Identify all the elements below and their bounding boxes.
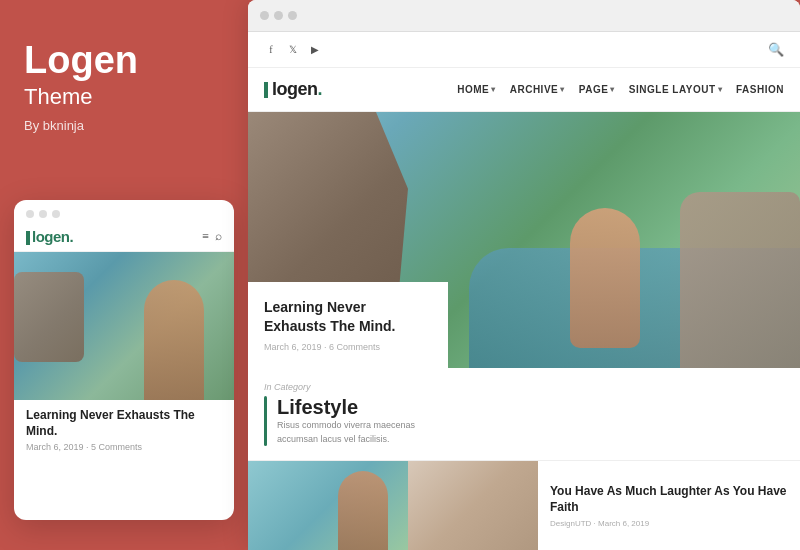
nav-single-layout[interactable]: SINGLE LAYOUT▾ [629,84,722,95]
brand-subtitle: Theme [24,84,92,110]
mobile-mockup: logen. ≡ ⌕ Learning Never Exhausts The M… [14,200,234,520]
brand-title: Logen [24,40,138,82]
mobile-header: logen. ≡ ⌕ [14,224,234,252]
site-logo-text: logen. [272,79,322,100]
browser-chrome [248,0,800,32]
browser-dots [260,11,297,20]
mobile-logo-text: logen. [32,228,73,245]
nav-archive[interactable]: ARCHIVE▾ [510,84,565,95]
nav-home[interactable]: HOME▾ [457,84,496,95]
mobile-dots [14,200,234,224]
hero-person [570,208,640,348]
mobile-post-meta: March 6, 2019 · 5 Comments [26,442,222,452]
mobile-dot-2 [39,210,47,218]
mobile-menu-icon[interactable]: ≡ [202,229,209,244]
mobile-dot-3 [52,210,60,218]
brand-byline: By bkninja [24,118,84,133]
category-bar [264,396,267,446]
site-nav: HOME▾ ARCHIVE▾ PAGE▾ SINGLE LAYOUT▾ FASH… [457,84,784,95]
mobile-logo: logen. [26,228,73,245]
category-name-text: Lifestyle Risus commodo viverra maecenas… [277,396,457,446]
youtube-icon[interactable]: ▶ [308,43,322,57]
browser-dot-3 [288,11,297,20]
in-category-label: In Category [264,382,457,392]
mobile-post-title: Learning Never Exhausts The Mind. [26,408,222,439]
nav-page[interactable]: PAGE▾ [579,84,615,95]
mobile-post-content: Learning Never Exhausts The Mind. March … [14,400,234,458]
hero-rock-right [680,192,800,368]
thumb-middle [408,461,538,550]
left-panel: Logen Theme By bkninja logen. ≡ ⌕ Learni… [0,0,248,550]
right-article: You Have As Much Laughter As You Have Fa… [538,461,800,550]
nav-archive-arrow: ▾ [560,85,565,94]
browser-dot-2 [274,11,283,20]
browser-topnav: f 𝕏 ▶ 🔍 [248,32,800,68]
browser-dot-1 [260,11,269,20]
mobile-logo-bar [26,231,30,245]
hero-post-title[interactable]: Learning Never Exhausts The Mind. [264,298,432,336]
bottom-row: You Have As Much Laughter As You Have Fa… [248,460,800,550]
mobile-hero-image [14,252,234,400]
content-area: In Category Lifestyle Risus commodo vive… [248,368,800,460]
nav-home-arrow: ▾ [491,85,496,94]
hero-area: Learning Never Exhausts The Mind. March … [248,112,800,368]
search-icon[interactable]: 🔍 [768,42,784,58]
category-divider: Lifestyle Risus commodo viverra maecenas… [264,396,457,446]
facebook-icon[interactable]: f [264,43,278,57]
thumb-left [248,461,408,550]
category-desc: Risus commodo viverra maecenas accumsan … [277,419,457,446]
mobile-person [144,280,204,400]
category-name[interactable]: Lifestyle [277,396,457,419]
site-logo-bar [264,82,268,98]
mobile-rock [14,272,84,362]
nav-single-arrow: ▾ [718,85,723,94]
mobile-nav-icons: ≡ ⌕ [202,229,222,244]
nav-page-arrow: ▾ [610,85,615,94]
hero-overlay-card: Learning Never Exhausts The Mind. March … [248,282,448,368]
site-logo-dot: . [318,79,323,99]
right-article-title[interactable]: You Have As Much Laughter As You Have Fa… [550,483,788,515]
right-article-meta: DesignUTD · March 6, 2019 [550,519,788,528]
hero-post-meta: March 6, 2019 · 6 Comments [264,342,432,352]
category-section: In Category Lifestyle Risus commodo vive… [264,382,457,446]
mobile-dot-1 [26,210,34,218]
site-header: logen. HOME▾ ARCHIVE▾ PAGE▾ SINGLE LAYOU… [248,68,800,112]
thumb-left-person [338,471,388,550]
mobile-search-icon[interactable]: ⌕ [215,229,222,244]
site-logo: logen. [264,79,322,100]
social-icons-group: f 𝕏 ▶ [264,43,322,57]
nav-fashion[interactable]: FASHION [736,84,784,95]
twitter-icon[interactable]: 𝕏 [286,43,300,57]
